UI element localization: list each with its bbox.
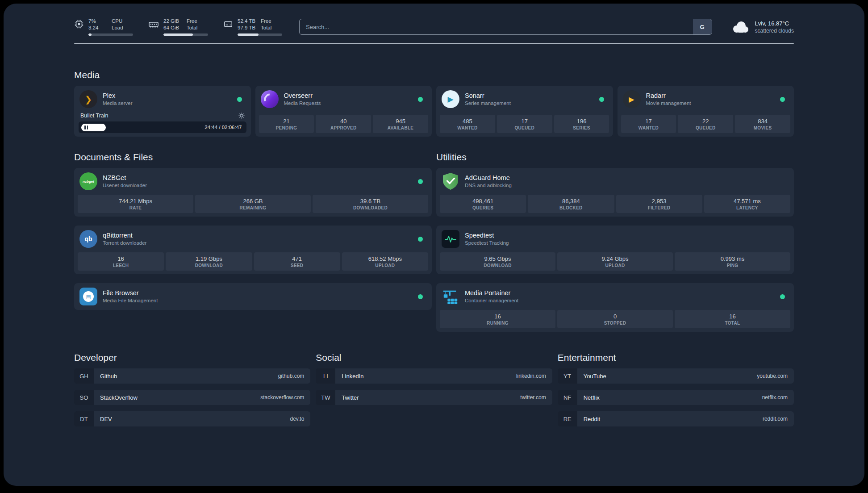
bookmark-youtube[interactable]: YT YouTube youtube.com [558,368,794,384]
status-dot [237,97,242,102]
disk-total-value: 97.9 TB [238,25,261,31]
bookmark-name: Netflix [584,394,600,401]
bookmark-name: StackOverflow [100,394,138,401]
service-description: Movie management [646,100,691,107]
stat-filtered: 2,953 FILTERED [616,195,702,213]
section-title-documents: Documents & Files [74,152,432,163]
stat-seed: 471 SEED [254,252,340,271]
stat-rate: 744.21 Mbps RATE [78,195,193,213]
bookmark-name: YouTube [584,373,606,380]
bookmark-group-social: Social LI LinkedIn linkedin.com TW Twitt… [316,352,552,411]
service-card-overseerr[interactable]: Overseerr Media Requests 21 PENDING 40 A… [255,86,432,137]
service-name: Sonarr [465,92,511,100]
service-description: Speedtest Tracking [465,240,509,246]
bookmark-name: LinkedIn [342,373,363,380]
stat-movies: 834 MOVIES [735,115,790,133]
bookmark-github[interactable]: GH Github github.com [74,368,310,384]
topbar: 7% CPU 3.24 Load [74,18,794,36]
bookmark-linkedin[interactable]: LI LinkedIn linkedin.com [316,368,552,384]
dashboard: 7% CPU 3.24 Load [4,4,864,486]
bookmark-domain: youtube.com [757,373,788,379]
overseerr-icon [261,90,279,108]
stat-download: 9.65 Gbps DOWNLOAD [440,252,555,271]
cpu-load-label: Load [112,25,123,31]
stat-available: 945 AVAILABLE [373,115,428,133]
speedtest-icon [442,230,459,248]
service-card-portainer[interactable]: Media Portainer Container management 16 … [436,283,794,332]
bookmark-group-title: Entertainment [558,352,794,363]
bookmark-netflix[interactable]: NF Netflix netflix.com [558,390,794,405]
cpu-progress-bar [88,33,133,36]
weather-widget: Lviv, 16.87°C scattered clouds [731,20,794,34]
stat-remaining: 266 GB REMAINING [195,195,311,213]
bookmark-dev[interactable]: DT DEV dev.to [74,411,310,426]
topbar-divider [74,43,794,44]
memory-progress-bar [163,33,208,36]
service-name: Speedtest [465,231,509,240]
playback-time: 24:44 / 02:06:47 [204,125,243,130]
media-progress-track[interactable]: 24:44 / 02:06:47 [79,121,246,133]
service-card-plex[interactable]: ❯ Plex Media server Bullet Train [74,86,251,137]
status-dot [780,97,785,102]
service-card-sonarr[interactable]: ▶ Sonarr Series management 485 WANTED 17… [436,86,613,137]
bookmark-abbr: TW [316,390,335,405]
pause-button[interactable] [81,124,106,131]
search-provider-button[interactable]: G [693,19,712,34]
service-card-nzbget[interactable]: nzbget NZBGet Usenet downloader 744.21 M… [74,168,432,217]
disk-free-label: Free [261,18,271,25]
stat-downloaded: 39.6 TB DOWNLOADED [313,195,428,213]
service-description: Torrent downloader [103,240,146,246]
disk-widget: 52.4 TB Free 97.9 TB Total [223,18,282,36]
service-description: Series management [465,100,511,107]
qbittorrent-icon: qb [79,230,97,248]
weather-condition: scattered clouds [755,27,794,34]
stat-total: 16 TOTAL [675,310,790,328]
service-name: NZBGet [103,174,147,182]
now-playing-widget: Bullet Train 24:44 / 02:06:47 [78,112,247,133]
stat-leech: 16 LEECH [78,252,164,271]
service-description: Container management [465,297,518,304]
cpu-icon [74,19,84,29]
service-card-filebrowser[interactable]: ▤ File Browser Media File Management [74,283,432,310]
search-input[interactable] [300,19,693,34]
sonarr-icon: ▶ [442,90,459,108]
disk-icon [223,19,233,29]
bookmark-domain: dev.to [290,416,305,422]
stat-wanted: 17 WANTED [621,115,676,133]
stat-download: 1.19 Gbps DOWNLOAD [166,252,252,271]
stat-blocked: 86,384 BLOCKED [528,195,614,213]
stat-series: 196 SERIES [554,115,609,133]
service-card-qbittorrent[interactable]: qb qBittorrent Torrent downloader 16 LEE… [74,226,432,274]
stat-approved: 40 APPROVED [316,115,371,133]
service-card-radarr[interactable]: ▶ Radarr Movie management 17 WANTED 22 Q… [618,86,794,137]
bookmark-abbr: GH [74,368,94,384]
bookmark-domain: netflix.com [762,394,788,401]
service-name: Media Portainer [465,289,518,297]
bookmark-stackoverflow[interactable]: SO StackOverflow stackoverflow.com [74,390,310,405]
section-documents: Documents & Files nzbget NZBGet Usenet d… [74,152,432,310]
status-dot [418,97,423,102]
bookmark-domain: github.com [278,373,305,379]
portainer-icon [442,288,459,305]
gear-icon[interactable] [238,113,245,119]
memory-total-value: 64 GiB [163,25,187,31]
bookmark-reddit[interactable]: RE Reddit reddit.com [558,411,794,426]
service-card-speedtest[interactable]: Speedtest Speedtest Tracking 9.65 Gbps D… [436,226,794,274]
service-name: AdGuard Home [465,174,512,182]
bookmark-domain: linkedin.com [516,373,546,379]
section-utilities: Utilities AdGuard Home [436,152,794,332]
stat-running: 16 RUNNING [440,310,555,328]
resource-widgets: 7% CPU 3.24 Load [74,18,282,36]
stat-queued: 22 QUEUED [678,115,733,133]
bookmark-twitter[interactable]: TW Twitter twitter.com [316,390,552,405]
service-description: Usenet downloader [103,182,147,189]
service-card-adguard[interactable]: AdGuard Home DNS and adblocking 498,461 … [436,168,794,217]
service-name: File Browser [103,289,158,297]
stat-queries: 498,461 QUERIES [440,195,526,213]
bookmark-group-entertainment: Entertainment YT YouTube youtube.com NF … [558,352,794,433]
section-title-utilities: Utilities [436,152,794,163]
bookmark-abbr: YT [558,368,577,384]
memory-icon [148,19,159,30]
status-dot [418,294,423,299]
stat-stopped: 0 STOPPED [557,310,673,328]
